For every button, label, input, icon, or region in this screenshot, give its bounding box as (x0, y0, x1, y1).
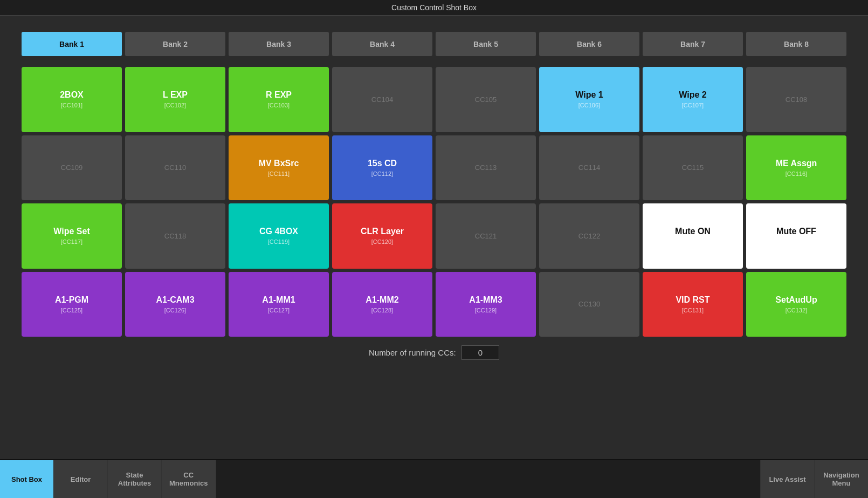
nav-button-state-attributes[interactable]: State Attributes (108, 460, 162, 498)
nav-button-shot-box[interactable]: Shot Box (0, 460, 54, 498)
cc-button-CC120[interactable]: CLR Layer[CC120] (332, 203, 432, 269)
bank-button-bank2[interactable]: Bank 2 (125, 32, 225, 56)
cc-button-CC101[interactable]: 2BOX[CC101] (22, 67, 122, 132)
bank-button-bank7[interactable]: Bank 7 (643, 32, 743, 56)
cc-button-CC123[interactable]: Mute ON[CC123] (643, 203, 743, 269)
cc-button-CC112[interactable]: 15s CD[CC112] (332, 135, 432, 201)
bank-button-bank6[interactable]: Bank 6 (539, 32, 639, 56)
running-ccs-label: Number of running CCs: (369, 348, 456, 357)
bottom-nav-right: Live AssistNavigation Menu (760, 460, 868, 498)
cc-button-CC119[interactable]: CG 4BOX[CC119] (229, 203, 329, 269)
title-bar: Custom Control Shot Box (0, 0, 868, 16)
bottom-nav: Shot BoxEditorState AttributesCC Mnemoni… (0, 459, 868, 498)
cc-grid: 2BOX[CC101]L EXP[CC102]R EXP[CC103]CC104… (22, 67, 846, 337)
cc-button-slot29[interactable]: CC130 (539, 272, 639, 337)
cc-button-CC124[interactable]: Mute OFF[CC124] (746, 203, 846, 269)
cc-button-CC129[interactable]: A1-MM3[CC129] (436, 272, 536, 337)
cc-button-CC127[interactable]: A1-MM1[CC127] (229, 272, 329, 337)
nav-button-live-assist[interactable]: Live Assist (760, 460, 814, 498)
main-content: Bank 1Bank 2Bank 3Bank 4Bank 5Bank 6Bank… (0, 16, 868, 459)
cc-button-slot13[interactable]: CC114 (539, 135, 639, 201)
cc-button-slot20[interactable]: CC121 (436, 203, 536, 269)
cc-button-slot21[interactable]: CC122 (539, 203, 639, 269)
cc-button-CC102[interactable]: L EXP[CC102] (125, 67, 225, 132)
cc-button-CC116[interactable]: ME Assgn[CC116] (746, 135, 846, 201)
cc-button-slot3[interactable]: CC104 (332, 67, 432, 132)
bank-button-bank3[interactable]: Bank 3 (229, 32, 329, 56)
cc-button-CC103[interactable]: R EXP[CC103] (229, 67, 329, 132)
cc-button-CC111[interactable]: MV BxSrc[CC111] (229, 135, 329, 201)
cc-button-CC126[interactable]: A1-CAM3[CC126] (125, 272, 225, 337)
nav-button-editor[interactable]: Editor (54, 460, 108, 498)
nav-button-cc-mnemonics[interactable]: CC Mnemonics (162, 460, 216, 498)
cc-button-slot4[interactable]: CC105 (436, 67, 536, 132)
running-ccs-section: Number of running CCs: 0 (22, 345, 846, 360)
bank-selector-row: Bank 1Bank 2Bank 3Bank 4Bank 5Bank 6Bank… (22, 32, 846, 56)
bank-button-bank1[interactable]: Bank 1 (22, 32, 122, 56)
nav-button-navigation-menu[interactable]: Navigation Menu (814, 460, 868, 498)
cc-button-CC131[interactable]: VID RST[CC131] (643, 272, 743, 337)
bank-button-bank5[interactable]: Bank 5 (436, 32, 536, 56)
cc-button-CC117[interactable]: Wipe Set[CC117] (22, 203, 122, 269)
cc-button-slot9[interactable]: CC110 (125, 135, 225, 201)
cc-button-slot12[interactable]: CC113 (436, 135, 536, 201)
cc-button-slot7[interactable]: CC108 (746, 67, 846, 132)
cc-button-slot17[interactable]: CC118 (125, 203, 225, 269)
running-ccs-value: 0 (461, 345, 499, 360)
cc-button-CC107[interactable]: Wipe 2[CC107] (643, 67, 743, 132)
cc-button-CC125[interactable]: A1-PGM[CC125] (22, 272, 122, 337)
cc-button-slot8[interactable]: CC109 (22, 135, 122, 201)
cc-button-slot14[interactable]: CC115 (643, 135, 743, 201)
bottom-nav-left: Shot BoxEditorState AttributesCC Mnemoni… (0, 460, 216, 498)
page-title: Custom Control Shot Box (391, 3, 477, 12)
bank-button-bank4[interactable]: Bank 4 (332, 32, 432, 56)
cc-button-CC132[interactable]: SetAudUp[CC132] (746, 272, 846, 337)
cc-button-CC106[interactable]: Wipe 1[CC106] (539, 67, 639, 132)
bank-button-bank8[interactable]: Bank 8 (746, 32, 846, 56)
cc-button-CC128[interactable]: A1-MM2[CC128] (332, 272, 432, 337)
